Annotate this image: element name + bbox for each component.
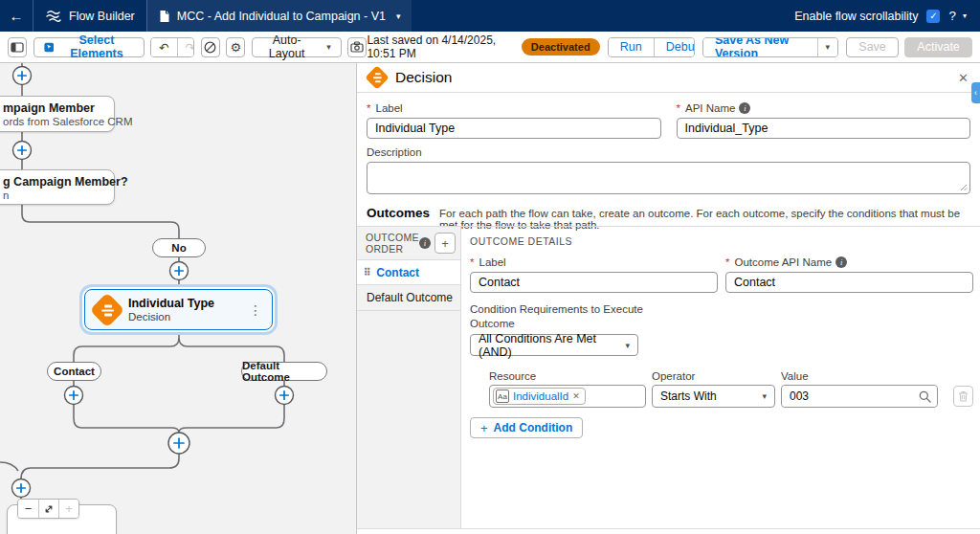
flow-canvas[interactable]: mpaign Member ords from Salesforce CRM g…	[0, 63, 356, 534]
chevron-down-icon: ▾	[326, 42, 331, 52]
panel-title: Decision	[395, 69, 452, 86]
outcome-api-input[interactable]	[725, 272, 973, 293]
outcome-details-heading: OUTCOME DETAILS	[470, 235, 973, 247]
node-individual-type-selected[interactable]: Individual Type Decision ⋮	[84, 289, 273, 330]
toggle-panel-button[interactable]	[8, 37, 27, 57]
auto-layout-label: Auto-Layout	[262, 33, 311, 60]
outcome-item-default[interactable]: Default Outcome	[357, 285, 460, 311]
run-button[interactable]: Run	[609, 38, 654, 56]
trash-icon	[958, 390, 969, 402]
help-menu[interactable]: ? ▾	[948, 9, 967, 23]
node-campaign-member[interactable]: mpaign Member ords from Salesforce CRM	[0, 96, 115, 132]
search-icon[interactable]	[919, 390, 931, 403]
api-name-field-label: API Name	[685, 102, 735, 114]
node-menu-button[interactable]: ⋮	[249, 302, 262, 318]
outcomes-heading: Outcomes	[367, 206, 430, 220]
label-field-label: Label	[375, 102, 402, 114]
run-debug-group: Run Debug	[608, 37, 695, 57]
capture-button[interactable]	[347, 37, 367, 57]
operator-select[interactable]: Starts With ▾	[652, 385, 775, 408]
back-button[interactable]: ←	[0, 0, 33, 32]
resource-pill[interactable]: Aa IndividualId ✕	[493, 388, 586, 405]
resize-handle-icon[interactable]	[959, 183, 968, 191]
debug-button[interactable]: Debug	[654, 38, 695, 56]
auto-layout-dropdown[interactable]: Auto-Layout ▾	[252, 37, 342, 57]
add-condition-button[interactable]: + Add Condition	[470, 417, 583, 438]
select-elements-button[interactable]: Select Elements	[33, 37, 145, 57]
help-icon: ?	[948, 9, 956, 23]
outcome-item-contact[interactable]: ⠿ Contact	[357, 259, 460, 285]
value-field	[781, 385, 938, 408]
add-outcome-button[interactable]: +	[434, 233, 456, 254]
required-asterisk: *	[367, 102, 370, 114]
branch-label-default-outcome[interactable]: Default Outcome	[241, 362, 327, 381]
outcomes-region: OUTCOME ORDER i + ⠿ Contact Default Outc…	[357, 226, 980, 529]
info-icon: i	[739, 102, 750, 114]
branch-label-contact[interactable]: Contact	[47, 362, 101, 381]
panel-header: Decision ✕	[357, 63, 980, 93]
left-arrow-icon: ‹	[974, 88, 977, 98]
activate-button[interactable]: Activate	[904, 37, 971, 57]
outcome-item-label: Contact	[376, 266, 419, 279]
select-elements-icon	[44, 41, 55, 54]
condition-row: Resource Aa IndividualId ✕ Operator	[489, 370, 973, 408]
chevron-down-icon: ▾	[396, 11, 401, 21]
save-as-group: Save As New Version ▾	[702, 37, 838, 57]
node-title: g Campaign Member?	[3, 175, 114, 189]
node-title: Individual Type	[128, 297, 214, 310]
disable-element-button[interactable]	[201, 37, 220, 57]
node-title: mpaign Member	[3, 101, 114, 115]
drag-handle-icon[interactable]: ⠿	[364, 267, 370, 278]
fit-view-button[interactable]	[38, 500, 58, 518]
save-as-chevron-button[interactable]: ▾	[817, 38, 838, 56]
condition-requirements-label-line1: Condition Requirements to Execute	[470, 302, 973, 317]
redo-button[interactable]: ↷	[177, 38, 195, 56]
close-panel-button[interactable]: ✕	[958, 71, 969, 85]
plus-icon: +	[65, 501, 73, 516]
status-badge: Deactivated	[522, 38, 600, 56]
chevron-down-icon: ▾	[625, 341, 630, 350]
chevron-down-icon: ▾	[826, 42, 831, 52]
chevron-down-icon: ▾	[762, 391, 767, 401]
outcome-details: OUTCOME DETAILS *Label *Outcome API Name…	[461, 227, 980, 528]
value-input[interactable]	[782, 386, 937, 407]
description-textarea[interactable]	[367, 162, 970, 194]
gear-icon: ⚙	[231, 40, 242, 55]
flow-title: MCC - Add Individual to Campaign - V1	[177, 10, 386, 23]
browser-side-tab[interactable]: ‹	[971, 82, 980, 103]
resource-combobox[interactable]: Aa IndividualId ✕	[489, 385, 646, 408]
top-navbar: ← Flow Builder MCC - Add Individual to C…	[0, 0, 980, 32]
save-button[interactable]: Save	[846, 37, 899, 57]
redo-icon: ↷	[186, 40, 195, 55]
operator-value: Starts With	[660, 389, 717, 403]
document-icon	[159, 10, 170, 23]
flow-title-tab[interactable]: MCC - Add Individual to Campaign - V1 ▾	[146, 0, 412, 32]
operator-label: Operator	[652, 370, 695, 382]
undo-button[interactable]: ↶	[151, 38, 176, 56]
settings-button[interactable]: ⚙	[226, 37, 245, 57]
required-asterisk: *	[677, 102, 680, 114]
remove-pill-icon[interactable]: ✕	[572, 391, 580, 401]
description-label: Description	[367, 146, 422, 158]
outcome-label-input[interactable]	[470, 272, 718, 293]
zoom-in-button[interactable]: +	[58, 500, 78, 518]
api-name-input[interactable]	[677, 118, 971, 139]
required-asterisk: *	[725, 256, 729, 268]
toolbar: Select Elements ↶ ↷ ⚙ Auto-Layout ▾	[0, 32, 980, 63]
condition-requirements-select[interactable]: All Conditions Are Met (AND) ▾	[470, 334, 638, 356]
scrollability-checkbox[interactable]: ✓	[926, 10, 940, 23]
close-icon: ✕	[958, 71, 969, 85]
check-icon: ✓	[929, 11, 937, 21]
required-asterisk: *	[470, 256, 474, 268]
select-elements-label: Select Elements	[59, 33, 133, 60]
condition-requirements-value: All Conditions Are Met (AND)	[479, 332, 625, 359]
node-campaign-member-decision[interactable]: g Campaign Member? n	[0, 169, 115, 205]
label-input[interactable]	[367, 118, 661, 139]
navbar-right: Enable flow scrollability ✓ ? ▾	[794, 9, 980, 23]
branch-label-no[interactable]: No	[152, 238, 206, 257]
decision-icon	[90, 292, 125, 327]
delete-condition-button[interactable]	[953, 386, 973, 407]
undo-redo-group: ↶ ↷	[150, 37, 194, 57]
save-as-new-version-button[interactable]: Save As New Version	[703, 38, 817, 56]
zoom-out-button[interactable]: −	[18, 500, 38, 518]
